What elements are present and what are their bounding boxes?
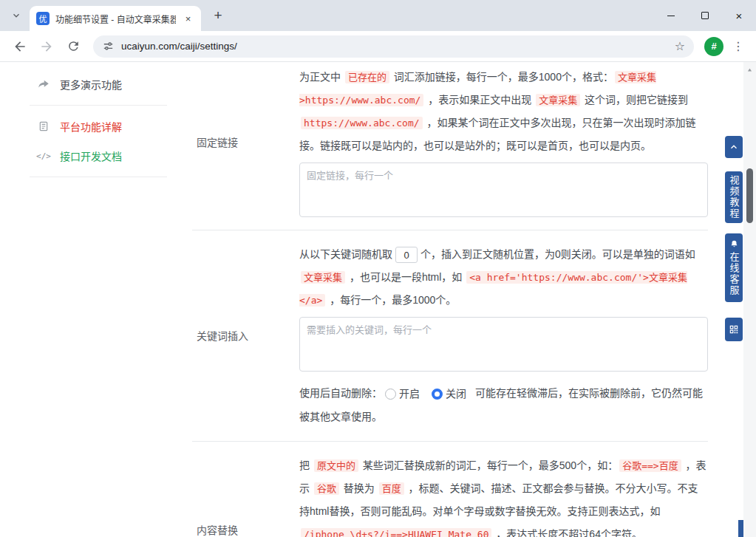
fixed-link-desc: 为正文中 已存在的 词汇添加链接，每行一个，最多1000个，格式：文章采集>ht…	[299, 66, 708, 157]
browser-toolbar: ucaiyun.com/caiji/settings/ ☆ # ⋮	[0, 31, 756, 62]
video-tutorial-label: 视频教程	[727, 175, 741, 219]
text-run: 为正文中	[299, 71, 344, 83]
keyword-count-input[interactable]	[395, 247, 418, 263]
sidebar: 更多演示功能 平台功能详解 </> 接口开发文档	[0, 62, 185, 537]
fixed-link-label: 固定链接	[192, 134, 299, 149]
section-fixed-link: 固定链接 为正文中 已存在的 词汇添加链接，每行一个，最多1000个，格式：文章…	[192, 62, 708, 221]
highlighted-term: 已存在的	[345, 71, 389, 83]
reload-button[interactable]	[61, 34, 86, 59]
window-controls: ×	[654, 0, 756, 31]
scrollbar-thumb[interactable]	[746, 168, 753, 223]
new-tab-button[interactable]: +	[208, 5, 228, 26]
browser-window: 优 功能细节设置 - 自动文章采集器 × + × ucaiyun.com/cai…	[0, 0, 756, 537]
keyword-insert-content: 从以下关键词随机取个，插入到正文随机位置，为0则关闭。可以是单独的词语如 文章采…	[299, 243, 708, 428]
online-service-button[interactable]: 在线客服	[725, 233, 743, 302]
highlighted-term: 谷歌	[314, 482, 339, 495]
sidebar-item-more-demos[interactable]: 更多演示功能	[0, 69, 185, 99]
site-favicon: 优	[36, 12, 50, 25]
content-replace-content: 把 原文中的 某些词汇替换成新的词汇，每行一个，最多500个，如：谷歌==>百度…	[299, 454, 708, 537]
sidebar-item-label: 平台功能详解	[60, 119, 122, 134]
sidebar-item-label: 接口开发文档	[60, 148, 122, 163]
content-replace-desc: 把 原文中的 某些词汇替换成新的词汇，每行一个，最多500个，如：谷歌==>百度…	[299, 454, 708, 537]
page-content: 更多演示功能 平台功能详解 </> 接口开发文档 固定链接 为正文中 已存在的	[0, 62, 756, 537]
text-run: 替换为	[341, 482, 378, 494]
code-icon: </>	[37, 151, 50, 161]
window-close-button[interactable]: ×	[722, 0, 756, 31]
highlighted-term: 百度	[379, 482, 404, 495]
sidebar-item-platform-docs[interactable]: 平台功能详解	[0, 112, 185, 141]
document-icon	[37, 120, 50, 132]
qr-code-button[interactable]	[725, 318, 743, 341]
section-divider	[192, 441, 708, 442]
radio-circle-icon	[432, 389, 443, 400]
forward-button[interactable]	[34, 34, 59, 59]
content-replace-label: 内容替换	[192, 522, 299, 537]
bell-icon	[729, 239, 739, 249]
radio-label: 关闭	[446, 383, 466, 406]
site-settings-icon[interactable]	[102, 40, 115, 52]
fixed-link-textarea[interactable]	[299, 163, 708, 217]
text-run: ，每行一个，最多1000个。	[327, 294, 456, 306]
keyword-insert-desc: 从以下关键词随机取个，插入到正文随机位置，为0则关闭。可以是单独的词语如 文章采…	[299, 243, 708, 312]
browser-menu-icon[interactable]: ⋮	[728, 34, 749, 59]
sidebar-item-api-docs[interactable]: </> 接口开发文档	[0, 141, 185, 171]
back-icon	[13, 39, 27, 54]
video-tutorial-button[interactable]: 视频教程	[725, 171, 743, 223]
share-arrow-icon	[37, 78, 50, 91]
back-button[interactable]	[7, 34, 33, 59]
browser-tab[interactable]: 优 功能细节设置 - 自动文章采集器 ×	[30, 6, 201, 31]
text-run: ，表达式长度不超过64个字符。	[493, 528, 641, 537]
highlighted-term: 原文中的	[314, 459, 358, 472]
profile-avatar[interactable]: #	[704, 37, 723, 56]
auto-delete-row: 使用后自动删除：开启关闭可能存在轻微滞后，在实际被删除前，它仍然可能被其他文章使…	[299, 382, 708, 428]
highlighted-term: /iphone \d+s?/i==>HUAWEI Mate 60	[301, 528, 491, 537]
text-run: 词汇添加链接，每行一个，最多1000个，格式：	[391, 71, 613, 83]
minimize-icon	[667, 16, 675, 16]
maximize-icon	[701, 12, 709, 19]
highlighted-term: 文章采集	[536, 94, 580, 106]
sidebar-item-label: 更多演示功能	[60, 77, 122, 92]
tab-title: 功能细节设置 - 自动文章采集器	[55, 13, 176, 25]
text-run: 这个词，则把它链接到	[582, 94, 688, 106]
radio-auto-delete-off[interactable]: 关闭	[432, 383, 466, 406]
page-scrollbar[interactable]	[743, 62, 756, 537]
bookmark-star-icon[interactable]: ☆	[675, 41, 685, 52]
url-text[interactable]: ucaiyun.com/caiji/settings/	[121, 41, 668, 52]
reload-icon	[67, 39, 81, 53]
auto-delete-label: 使用后自动删除：	[299, 387, 382, 399]
section-keyword-insert: 关键词插入 从以下关键词随机取个，插入到正文随机位置，为0则关闭。可以是单独的词…	[192, 239, 708, 432]
online-service-label: 在线客服	[727, 252, 741, 296]
highlighted-term: https://www.abc.com/	[301, 117, 423, 129]
chevron-down-icon	[11, 10, 21, 21]
text-run: ，也可以是一段html，如	[347, 271, 465, 283]
text-run: 把	[299, 459, 313, 471]
highlighted-term: 文章采集	[301, 271, 345, 284]
sidebar-divider	[30, 105, 167, 106]
minimize-button[interactable]	[654, 0, 688, 31]
keyword-insert-textarea[interactable]	[299, 317, 708, 372]
text-run: 某些词汇替换成新的词汇，每行一个，最多500个，如：	[360, 459, 618, 471]
window-close-icon: ×	[736, 10, 743, 21]
text-run: ，表示如果正文中出现	[425, 94, 534, 106]
scroll-to-top-button[interactable]	[725, 136, 743, 158]
chevron-up-icon	[729, 142, 739, 152]
radio-auto-delete-on[interactable]: 开启	[385, 383, 420, 406]
address-bar[interactable]: ucaiyun.com/caiji/settings/ ☆	[93, 35, 694, 58]
radio-circle-icon	[385, 389, 396, 400]
qr-code-icon	[729, 324, 739, 335]
sidebar-divider	[30, 177, 167, 177]
triangle-up-icon	[746, 66, 753, 73]
fixed-link-content: 为正文中 已存在的 词汇添加链接，每行一个，最多1000个，格式：文章采集>ht…	[299, 66, 708, 217]
scrollbar-up-arrow[interactable]	[743, 64, 756, 76]
radio-label: 开启	[399, 383, 420, 406]
settings-form: 固定链接 为正文中 已存在的 词汇添加链接，每行一个，最多1000个，格式：文章…	[192, 62, 708, 537]
section-content-replace: 内容替换 把 原文中的 某些词汇替换成新的词汇，每行一个，最多500个，如：谷歌…	[192, 451, 708, 537]
highlighted-term: 谷歌==>百度	[619, 459, 681, 472]
tab-close-icon[interactable]: ×	[182, 13, 194, 25]
maximize-button[interactable]	[688, 0, 722, 31]
forward-icon	[39, 39, 54, 54]
section-divider	[192, 230, 708, 230]
tab-search-chevron[interactable]	[6, 5, 27, 26]
desc-segments: 从以下关键词随机取	[299, 248, 392, 260]
text-run: 个，插入到正文随机位置，为0则关闭。可以是单独的词语如	[420, 248, 695, 260]
